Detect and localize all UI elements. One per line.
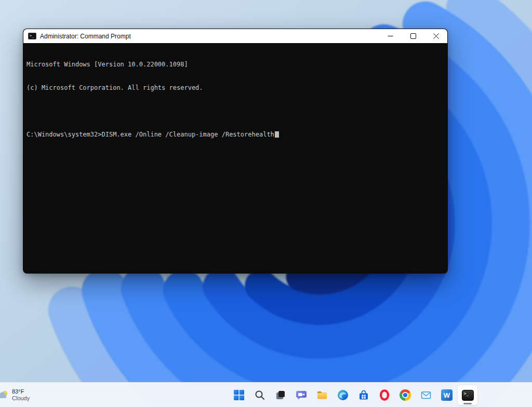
close-icon	[433, 33, 439, 39]
window-title: Administrator: Command Prompt	[40, 33, 131, 40]
maximize-icon	[410, 33, 416, 39]
maximize-button[interactable]	[402, 29, 424, 43]
minimize-button[interactable]	[379, 29, 402, 43]
chrome-icon	[399, 389, 411, 401]
window-titlebar[interactable]: >_ Administrator: Command Prompt	[23, 29, 447, 43]
edge-icon	[337, 389, 349, 401]
windows-start-icon	[233, 389, 245, 401]
command-prompt-window: >_ Administrator: Command Prompt	[23, 29, 448, 274]
close-button[interactable]	[424, 29, 447, 43]
terminal-line-blank	[26, 107, 444, 115]
taskbar: 83°F Cloudy	[0, 382, 532, 407]
mail-icon	[420, 389, 432, 401]
chat-button[interactable]	[291, 385, 312, 405]
opera-icon	[378, 389, 391, 401]
terminal-prompt-text: C:\Windows\system32>DISM.exe /Online /Cl…	[26, 131, 274, 138]
mail-button[interactable]	[416, 385, 436, 405]
terminal-output[interactable]: Microsoft Windows [Version 10.0.22000.10…	[23, 43, 447, 273]
command-prompt-icon: >_	[28, 33, 36, 39]
command-prompt-icon-glyph: >_	[30, 33, 34, 39]
search-icon	[254, 389, 266, 401]
chat-icon	[295, 389, 308, 401]
terminal-prompt-line: C:\Windows\system32>DISM.exe /Online /Cl…	[26, 131, 444, 139]
text-cursor	[275, 131, 279, 138]
start-button[interactable]	[229, 385, 249, 405]
word-icon: W	[441, 389, 453, 401]
search-button[interactable]	[249, 385, 270, 405]
weather-widget[interactable]: 83°F Cloudy	[0, 383, 35, 407]
weather-condition: Cloudy	[12, 395, 30, 402]
chrome-button[interactable]	[395, 385, 416, 405]
task-view-button[interactable]	[270, 385, 291, 405]
microsoft-store-button[interactable]	[353, 385, 374, 405]
opera-button[interactable]	[374, 385, 395, 405]
minimize-icon	[388, 33, 393, 39]
terminal-line-copyright: (c) Microsoft Corporation. All rights re…	[26, 84, 444, 92]
edge-button[interactable]	[332, 385, 353, 405]
microsoft-store-icon	[357, 389, 370, 401]
weather-cloud-icon	[0, 388, 10, 402]
file-explorer-icon	[316, 389, 328, 401]
terminal-line-version: Microsoft Windows [Version 10.0.22000.10…	[26, 61, 444, 69]
command-prompt-taskbar-icon: >_	[461, 389, 474, 401]
weather-temperature: 83°F	[12, 388, 30, 395]
window-controls	[379, 29, 447, 43]
desktop[interactable]: >_ Administrator: Command Prompt	[0, 0, 532, 407]
taskbar-icons: W >_	[229, 385, 478, 405]
word-button[interactable]: W	[436, 385, 457, 405]
task-view-icon	[274, 389, 287, 401]
file-explorer-button[interactable]	[312, 385, 332, 405]
command-prompt-taskbar-button[interactable]: >_	[457, 385, 478, 405]
